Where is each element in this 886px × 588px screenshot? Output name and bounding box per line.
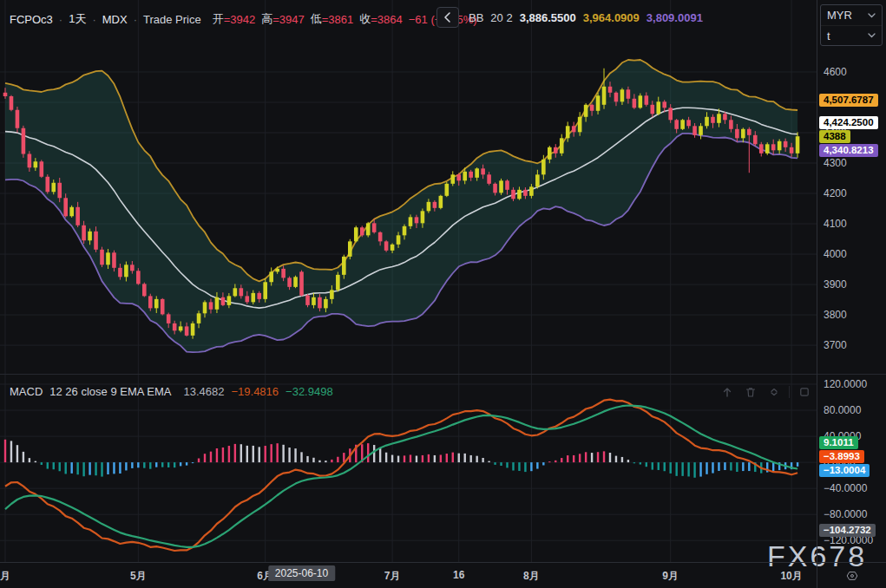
macd-tick: 80.0000 xyxy=(824,404,861,416)
timezone-settings-button[interactable] xyxy=(840,565,864,586)
candle xyxy=(668,108,673,120)
candle xyxy=(69,207,74,217)
hist-bar xyxy=(47,462,49,468)
hist-bar xyxy=(585,452,587,462)
candle xyxy=(511,190,515,199)
candle xyxy=(778,141,782,151)
candle xyxy=(735,129,739,139)
price-scale-axis[interactable]: 4600450044004300420041004000390038003700… xyxy=(817,0,886,588)
macd-line xyxy=(5,400,797,551)
candle xyxy=(572,126,576,132)
candle xyxy=(57,183,62,199)
hist-bar xyxy=(228,446,230,462)
move-pane-up-button[interactable] xyxy=(719,384,736,400)
candle xyxy=(620,89,625,101)
candle xyxy=(409,217,413,226)
hist-bar xyxy=(464,454,466,462)
candle xyxy=(523,190,528,196)
hist-bar xyxy=(646,462,647,467)
candle xyxy=(154,299,159,309)
hist-bar xyxy=(391,455,393,463)
hist-bar xyxy=(627,460,629,462)
hist-bar xyxy=(536,462,538,468)
candle xyxy=(209,302,213,309)
hist-bar xyxy=(404,455,405,462)
candle xyxy=(185,326,189,336)
candle xyxy=(499,180,503,193)
macd-title: MACD xyxy=(10,385,43,398)
candle xyxy=(645,95,649,105)
hist-bar xyxy=(119,462,121,474)
candle xyxy=(106,252,110,265)
candle xyxy=(723,114,727,120)
currency-selector[interactable]: MYR xyxy=(821,5,882,25)
hist-bar xyxy=(174,462,175,467)
macd-signal-line xyxy=(5,406,797,547)
candle xyxy=(63,198,68,216)
time-label: 9月 xyxy=(662,569,679,584)
hist-bar xyxy=(482,458,483,462)
candle xyxy=(94,232,98,250)
hist-bar xyxy=(240,444,242,462)
candle xyxy=(251,293,255,303)
candle xyxy=(299,271,304,295)
candle xyxy=(240,288,244,296)
pane-separator[interactable] xyxy=(0,374,886,375)
collapse-pane-button[interactable] xyxy=(765,384,783,400)
candle xyxy=(456,174,461,180)
candle xyxy=(790,147,794,154)
candle xyxy=(197,313,201,323)
macd-line-value: −19.4816 xyxy=(231,385,279,398)
macd-tick: 120.0000 xyxy=(824,378,867,390)
candle xyxy=(427,202,431,212)
hist-bar xyxy=(186,462,187,466)
open-value: 3942 xyxy=(230,13,255,26)
hist-bar xyxy=(59,462,61,471)
candle xyxy=(421,211,425,223)
candle xyxy=(227,296,232,305)
candle xyxy=(753,135,758,145)
equals: = xyxy=(322,13,329,26)
maximize-pane-button[interactable] xyxy=(796,384,813,400)
macd-legend: MACD 12 26 close 9 EMA EMA 13.4682 −19.4… xyxy=(10,385,333,398)
candle xyxy=(475,168,479,178)
price-tick: 4200 xyxy=(824,187,847,199)
candle xyxy=(221,297,226,305)
macd-pane[interactable] xyxy=(0,374,817,562)
bb-lower-value: 3,809.0091 xyxy=(646,11,703,24)
hist-bar xyxy=(579,454,581,462)
hist-bar xyxy=(555,461,556,462)
price-pane[interactable] xyxy=(0,0,817,374)
hist-bar xyxy=(379,448,381,462)
low-label: 低 xyxy=(311,11,322,27)
hist-bar xyxy=(101,462,102,476)
hist-bar xyxy=(712,462,713,473)
hist-bar xyxy=(446,454,448,462)
time-scale-axis[interactable]: 月5月6月7月168月9月10月2025-06-10 xyxy=(0,562,886,588)
hist-bar xyxy=(410,454,411,462)
candle xyxy=(529,186,534,196)
hist-bar xyxy=(4,440,6,462)
candle xyxy=(633,99,637,108)
hist-bar xyxy=(137,462,139,467)
hist-bar xyxy=(706,462,707,474)
hist-bar xyxy=(331,460,332,462)
hist-bar xyxy=(434,455,436,462)
hist-bar xyxy=(742,462,744,471)
candle xyxy=(614,93,619,102)
candle xyxy=(729,120,733,129)
hist-bar xyxy=(300,452,302,462)
trash-icon xyxy=(745,386,757,398)
unit-selector[interactable]: t xyxy=(821,25,882,45)
hist-bar xyxy=(699,462,701,476)
back-button[interactable] xyxy=(436,7,459,28)
macd-tick: −80.0000 xyxy=(824,508,867,520)
candle xyxy=(656,101,660,114)
bb-title: BB xyxy=(469,11,483,24)
delete-pane-button[interactable] xyxy=(742,384,759,400)
candle xyxy=(680,120,685,129)
hist-bar xyxy=(204,454,206,462)
macd-tick: −40.0000 xyxy=(824,482,867,494)
equals: = xyxy=(224,13,231,26)
macd-signal-badge: −13.0004 xyxy=(819,464,870,477)
